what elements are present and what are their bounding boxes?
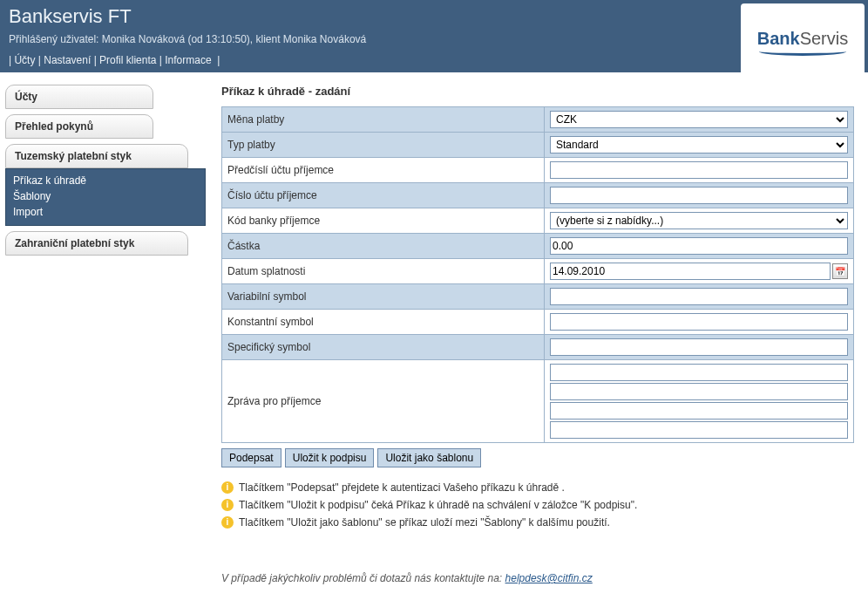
submenu-tuzemsky: Příkaz k úhradě Šablony Import — [5, 168, 206, 226]
hint-1: Tlačítkem "Podepsat" přejdete k autentiz… — [239, 481, 565, 494]
input-cislo[interactable] — [550, 187, 848, 204]
calendar-icon[interactable]: 📅 — [832, 263, 848, 279]
input-zprava-1[interactable] — [550, 364, 848, 381]
user-line: Přihlášený uživatel: Monika Nováková (od… — [0, 30, 868, 51]
input-datum[interactable] — [550, 263, 831, 280]
nav-profil[interactable]: Profil klienta — [99, 54, 156, 66]
submenu-prikaz[interactable]: Příkaz k úhradě — [11, 173, 200, 188]
input-predcisli[interactable] — [550, 161, 848, 179]
tab-ucty[interactable]: Účty — [5, 85, 153, 109]
hint-3: Tlačítkem "Uložit jako šablonu" se příka… — [239, 516, 610, 529]
helpdesk-link[interactable]: helpdesk@citfin.cz — [505, 572, 593, 584]
label-vs: Variabilní symbol — [222, 284, 545, 310]
nav-ucty[interactable]: Účty — [14, 54, 35, 66]
info-icon: i — [221, 481, 234, 494]
button-row: Podepsat Uložit k podpisu Uložit jako ša… — [221, 448, 854, 467]
sidebar: Účty Přehled pokynů Tuzemský platební st… — [5, 85, 206, 584]
label-ks: Konstantní symbol — [222, 310, 545, 335]
nav-nastaveni[interactable]: Nastavení — [44, 54, 91, 66]
payment-form: Měna platby CZK Typ platby Standard Před… — [221, 106, 854, 443]
nav-informace[interactable]: Informace — [165, 54, 211, 66]
content-area: Příkaz k úhradě - zadání Měna platby CZK… — [221, 85, 863, 584]
input-castka[interactable] — [550, 237, 848, 255]
input-ss[interactable] — [550, 338, 848, 356]
input-ks[interactable] — [550, 313, 848, 331]
label-datum: Datum splatnosti — [222, 259, 545, 284]
label-ss: Specifický symbol — [222, 335, 545, 360]
header-nav: | Účty | Nastavení | Profil klienta | In… — [0, 51, 868, 73]
app-header: Bankservis FT Přihlášený uživatel: Monik… — [0, 0, 868, 72]
podepsat-button[interactable]: Podepsat — [221, 448, 281, 467]
label-kod: Kód banky příjemce — [222, 208, 545, 234]
tab-tuzemsky[interactable]: Tuzemský platební styk — [5, 144, 188, 168]
hints: iTlačítkem "Podepsat" přejdete k autenti… — [221, 481, 854, 529]
input-zprava-3[interactable] — [550, 402, 848, 420]
select-mena[interactable]: CZK — [550, 111, 848, 128]
input-zprava-4[interactable] — [550, 421, 848, 439]
hint-2: Tlačítkem "Uložit k podpisu" čeká Příkaz… — [239, 499, 637, 511]
input-vs[interactable] — [550, 288, 848, 305]
page-title: Příkaz k úhradě - zadání — [221, 85, 854, 98]
input-zprava-2[interactable] — [550, 383, 848, 400]
select-typ[interactable]: Standard — [550, 136, 848, 154]
info-icon: i — [221, 516, 234, 529]
label-zprava: Zpráva pro příjemce — [222, 360, 545, 443]
label-typ: Typ platby — [222, 133, 545, 158]
brand-logo: BankServis — [741, 3, 865, 80]
tab-prehled-pokynu[interactable]: Přehled pokynů — [5, 114, 153, 139]
info-icon: i — [221, 499, 234, 511]
label-cislo: Číslo účtu příjemce — [222, 183, 545, 208]
label-mena: Měna platby — [222, 107, 545, 133]
submenu-sablony[interactable]: Šablony — [11, 188, 200, 204]
select-kod[interactable]: (vyberte si z nabídky...) — [550, 212, 848, 229]
tab-zahranicni[interactable]: Zahraniční platební styk — [5, 231, 188, 256]
label-predcisli: Předčíslí účtu příjemce — [222, 158, 545, 183]
label-castka: Částka — [222, 234, 545, 259]
ulozit-k-podpisu-button[interactable]: Uložit k podpisu — [285, 448, 375, 467]
ulozit-sablonu-button[interactable]: Uložit jako šablonu — [377, 448, 481, 467]
submenu-import[interactable]: Import — [11, 204, 200, 220]
app-title: Bankservis FT — [0, 0, 868, 30]
footer: V případě jakýchkoliv problémů či dotazů… — [221, 572, 854, 584]
